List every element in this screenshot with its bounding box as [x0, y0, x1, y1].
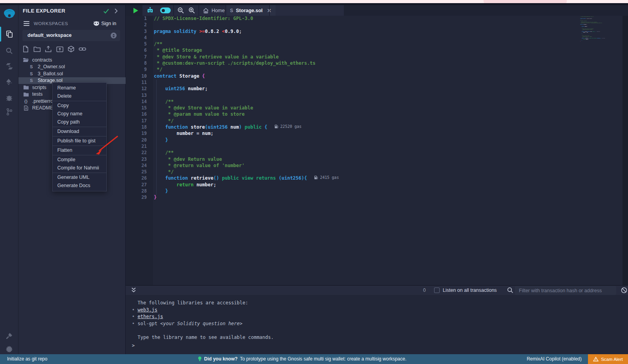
tree-item-3-ballot-sol[interactable]: S3_Ballot.sol: [18, 70, 126, 77]
line-number[interactable]: 10: [126, 73, 153, 80]
line-number[interactable]: 23: [126, 157, 153, 163]
editor-scrollbar-track[interactable]: [623, 16, 628, 285]
menu-item-compile-for-nahmii[interactable]: Compile for Nahmii: [53, 164, 106, 172]
line-number[interactable]: 21: [126, 144, 153, 150]
chevron-right-icon[interactable]: [114, 8, 118, 15]
workspaces-menu-icon[interactable]: [24, 21, 29, 27]
menu-item-flatten[interactable]: Flatten: [53, 146, 106, 155]
terminal-prompt[interactable]: >: [132, 343, 135, 348]
line-number[interactable]: 8: [126, 60, 153, 67]
menu-item-rename[interactable]: Rename: [53, 84, 106, 92]
ai-copilot-toggle[interactable]: [157, 5, 173, 16]
gas-estimate-badge[interactable]: 2415 gas: [602, 38, 605, 38]
tab-label: Storage.sol: [236, 8, 263, 13]
gas-estimate-badge[interactable]: 2415 gas: [314, 175, 339, 180]
clear-console-icon[interactable]: [621, 287, 627, 295]
zoom-in-icon[interactable]: [186, 5, 197, 16]
line-number[interactable]: 7: [126, 54, 153, 60]
tab-home[interactable]: Home: [199, 5, 228, 16]
collapse-terminal-icon[interactable]: [131, 287, 136, 295]
tree-item-2-owner-sol[interactable]: S2_Owner.sol: [18, 64, 126, 71]
menu-item-generate-uml[interactable]: Generate UML: [53, 173, 106, 182]
line-number[interactable]: 3: [126, 29, 153, 35]
editor-tab-bar: Home S Storage.sol ✕: [126, 5, 628, 16]
code-line-12: uint256 number;: [154, 86, 339, 92]
new-file-icon[interactable]: [22, 45, 29, 53]
tip-label: Did you know?: [204, 356, 237, 362]
code-line-29: }: [580, 41, 628, 42]
menu-item-compile[interactable]: Compile: [53, 156, 106, 164]
debugger-icon[interactable]: [0, 91, 18, 105]
editor-minimap[interactable]: // SPDX-License-Identifier: GPL-3.0 prag…: [580, 16, 628, 60]
line-number[interactable]: 9: [126, 67, 153, 73]
settings-icon[interactable]: [0, 342, 18, 356]
line-number[interactable]: 19: [126, 131, 153, 137]
workspaces-label: WORKSPACES: [34, 21, 68, 26]
line-number[interactable]: 17: [126, 118, 153, 124]
line-number[interactable]: 4: [126, 35, 153, 41]
line-number[interactable]: 20: [126, 137, 153, 144]
gas-estimate-badge[interactable]: 22520 gas: [596, 31, 600, 32]
line-number[interactable]: 1: [126, 16, 153, 22]
init-git-repo-button[interactable]: Initialize as git repo: [7, 356, 47, 362]
remix-logo[interactable]: [0, 7, 18, 21]
tab-storage-sol[interactable]: S Storage.sol ✕: [226, 5, 276, 16]
menu-item-copy-path[interactable]: Copy path: [53, 118, 106, 126]
plugin-manager-icon[interactable]: [0, 329, 18, 343]
deploy-run-icon[interactable]: [0, 75, 18, 89]
menu-item-publish-file-to-gist[interactable]: Publish file to gist: [53, 137, 106, 145]
library-link[interactable]: ethers.js: [137, 314, 163, 319]
line-number[interactable]: 22: [126, 150, 153, 156]
line-number[interactable]: 13: [126, 93, 153, 99]
line-number[interactable]: 18: [126, 124, 153, 131]
upload-file-icon[interactable]: [44, 45, 52, 53]
solidity-compiler-icon[interactable]: [0, 59, 18, 73]
workspace-select[interactable]: default_workspace: [22, 30, 120, 41]
line-number[interactable]: 11: [126, 80, 153, 86]
code-editor[interactable]: 1234567891011121314151617181920212223242…: [126, 16, 628, 285]
copilot-status[interactable]: RemixAI Copilot (enabled): [527, 356, 582, 362]
menu-item-copy-name[interactable]: Copy name: [53, 110, 106, 118]
terminal-line: Type the library name to see available c…: [132, 334, 274, 341]
line-number[interactable]: 12: [126, 86, 153, 92]
terminal-body[interactable]: The following libraries are accessible:•…: [126, 295, 628, 354]
import-link-icon[interactable]: [78, 45, 86, 53]
run-script-button[interactable]: [129, 5, 142, 16]
line-number[interactable]: 6: [126, 47, 153, 54]
line-number[interactable]: 25: [126, 169, 153, 175]
code-line-29: }: [154, 195, 339, 201]
git-icon[interactable]: [0, 105, 18, 119]
scam-alert-button[interactable]: Scam Alert: [588, 354, 628, 364]
menu-item-copy[interactable]: Copy: [53, 102, 106, 110]
sign-in-button[interactable]: Sign in: [101, 21, 116, 26]
line-number[interactable]: 14: [126, 99, 153, 105]
menu-item-download[interactable]: Download: [53, 127, 106, 136]
upload-folder-icon[interactable]: [56, 45, 64, 53]
listen-all-transactions-checkbox[interactable]: [434, 288, 440, 293]
menu-item-generate-docs[interactable]: Generate Docs: [53, 182, 106, 190]
tree-item-contracts[interactable]: contracts: [18, 56, 126, 64]
menu-item-delete[interactable]: Delete: [53, 92, 106, 100]
workspaces-row: WORKSPACES Sign in: [18, 20, 126, 28]
tree-item-label: 2_Owner.sol: [38, 64, 65, 69]
ai-copilot-robot-icon[interactable]: [143, 5, 157, 16]
import-ipfs-icon[interactable]: [67, 45, 75, 53]
gas-estimate-badge[interactable]: 22520 gas: [274, 124, 301, 129]
line-number[interactable]: 15: [126, 105, 153, 111]
line-number[interactable]: 16: [126, 111, 153, 118]
zoom-out-icon[interactable]: [175, 5, 186, 16]
line-number[interactable]: 29: [126, 195, 153, 201]
line-number[interactable]: 27: [126, 182, 153, 188]
line-number[interactable]: 26: [126, 175, 153, 182]
workspace-stepper-icon[interactable]: [111, 33, 117, 38]
line-number[interactable]: 2: [126, 22, 153, 28]
library-link[interactable]: web3.js: [137, 307, 157, 313]
file-explorer-icon[interactable]: [0, 27, 18, 41]
line-number[interactable]: 28: [126, 188, 153, 195]
line-number[interactable]: 24: [126, 163, 153, 169]
browser-top-strip: [0, 0, 628, 3]
search-icon[interactable]: [0, 44, 18, 58]
line-number[interactable]: 5: [126, 41, 153, 47]
transaction-filter-input[interactable]: [515, 286, 616, 295]
new-folder-icon[interactable]: [33, 45, 41, 53]
